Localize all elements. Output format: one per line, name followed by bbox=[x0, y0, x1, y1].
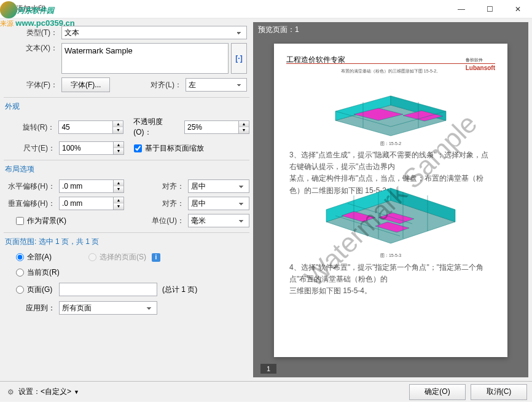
ok-button[interactable]: 确定(O) bbox=[409, 384, 466, 400]
radio-selected: 选择的页面(S) i bbox=[88, 252, 160, 262]
valign-select[interactable]: 居中 bbox=[188, 197, 249, 210]
hoffset-label: 水平偏移(H)： bbox=[4, 181, 59, 192]
radio-current[interactable]: 当前页(R) bbox=[16, 267, 249, 278]
valign-label: 对齐： bbox=[145, 199, 188, 209]
title-bar: 添加水印 — ☐ ✕ bbox=[0, 0, 532, 18]
unit-label: 单位(U)： bbox=[145, 216, 188, 226]
type-label: 类型(T)： bbox=[6, 28, 61, 38]
applyto-select[interactable]: 所有页面 bbox=[59, 301, 157, 315]
pages-input[interactable] bbox=[59, 283, 157, 296]
settings-label[interactable]: 设置：<自定义> bbox=[18, 387, 71, 397]
minimize-button[interactable]: — bbox=[447, 0, 475, 18]
opacity-spinner[interactable]: ▲▼ bbox=[184, 120, 249, 134]
rotate-up[interactable]: ▲ bbox=[113, 121, 123, 127]
opacity-input[interactable] bbox=[184, 120, 238, 134]
background-checkbox-label: 作为背景(K) bbox=[27, 216, 66, 226]
size-spinner[interactable]: ▲▼ bbox=[59, 141, 124, 155]
background-checkbox-input[interactable] bbox=[16, 217, 24, 225]
font-label: 字体(F)： bbox=[6, 80, 61, 90]
pagerange-section-title: 页面范围: 选中 1 页，共 1 页 bbox=[4, 237, 249, 247]
applyto-label: 应用到： bbox=[16, 303, 59, 313]
window-title: 添加水印 bbox=[16, 4, 45, 14]
preview-page: 工程造价软件专家 鲁班软件Lubansoft 布置的满堂基础（粉色）的三维图形如… bbox=[274, 44, 507, 357]
halign-label: 对齐： bbox=[145, 181, 188, 192]
radio-all[interactable]: 全部(A) bbox=[16, 252, 52, 262]
rotate-label: 旋转(R)： bbox=[4, 122, 58, 133]
app-icon bbox=[2, 4, 12, 14]
font-button[interactable]: 字体(F)... bbox=[61, 77, 110, 92]
appearance-section-title: 外观 bbox=[4, 101, 249, 112]
insert-variable-button[interactable]: [·] bbox=[231, 43, 247, 74]
size-up[interactable]: ▲ bbox=[114, 142, 123, 148]
size-down[interactable]: ▼ bbox=[114, 148, 123, 154]
hoffset-input[interactable] bbox=[59, 179, 113, 193]
watermark-text-input[interactable]: Watermark Sample bbox=[61, 43, 229, 74]
unit-select[interactable]: 毫米 bbox=[188, 214, 249, 227]
layout-section-title: 布局选项 bbox=[4, 164, 249, 175]
preview-panel: 预览页面：1 工程造价软件专家 鲁班软件Lubansoft 布置的满堂基础（粉色… bbox=[253, 22, 528, 377]
preview-header: 预览页面：1 bbox=[253, 22, 528, 37]
info-icon[interactable]: i bbox=[152, 253, 160, 262]
preview-area: 工程造价软件专家 鲁班软件Lubansoft 布置的满堂基础（粉色）的三维图形如… bbox=[253, 37, 528, 377]
total-pages-label: (总计 1 页) bbox=[162, 285, 197, 295]
radio-pages[interactable]: 页面(G) bbox=[16, 285, 59, 295]
align-select[interactable]: 左 bbox=[186, 78, 247, 92]
footer-bar: ⚙ 设置：<自定义> ▼ 确定(O) 取消(C) bbox=[0, 381, 532, 402]
settings-chevron-icon[interactable]: ▼ bbox=[74, 389, 79, 395]
rotate-spinner[interactable]: ▲▼ bbox=[58, 120, 123, 134]
hoffset-spinner[interactable]: ▲▼ bbox=[59, 179, 124, 193]
scale-checkbox-label: 基于目标页面缩放 bbox=[145, 143, 204, 154]
page-number-badge: 1 bbox=[260, 364, 276, 374]
size-label: 尺寸(E)： bbox=[4, 143, 59, 154]
voffset-spinner[interactable]: ▲▼ bbox=[59, 197, 124, 210]
opacity-label: 不透明度(O)： bbox=[133, 117, 184, 138]
scale-checkbox-input[interactable] bbox=[134, 144, 142, 152]
gear-icon[interactable]: ⚙ bbox=[5, 387, 16, 398]
voffset-input[interactable] bbox=[59, 197, 113, 210]
type-select[interactable]: 文本 bbox=[61, 26, 247, 39]
close-button[interactable]: ✕ bbox=[504, 0, 532, 18]
align-label: 对齐(L)： bbox=[143, 80, 186, 90]
figure-1 bbox=[323, 77, 458, 139]
voffset-label: 垂直偏移(H)： bbox=[4, 199, 59, 209]
size-input[interactable] bbox=[59, 141, 113, 155]
doc-divider bbox=[286, 63, 495, 64]
opacity-down[interactable]: ▼ bbox=[239, 127, 249, 133]
cancel-button[interactable]: 取消(C) bbox=[471, 384, 527, 400]
background-checkbox[interactable]: 作为背景(K) bbox=[16, 216, 66, 226]
settings-panel: 类型(T)： 文本 文本(X)： Watermark Sample [·] 字体… bbox=[4, 22, 249, 377]
maximize-button[interactable]: ☐ bbox=[475, 0, 504, 18]
text-label: 文本(X)： bbox=[6, 43, 61, 53]
scale-checkbox[interactable]: 基于目标页面缩放 bbox=[134, 143, 204, 154]
opacity-up[interactable]: ▲ bbox=[239, 121, 249, 127]
rotate-input[interactable] bbox=[58, 120, 112, 134]
halign-select[interactable]: 居中 bbox=[188, 179, 249, 193]
rotate-down[interactable]: ▼ bbox=[113, 127, 123, 133]
